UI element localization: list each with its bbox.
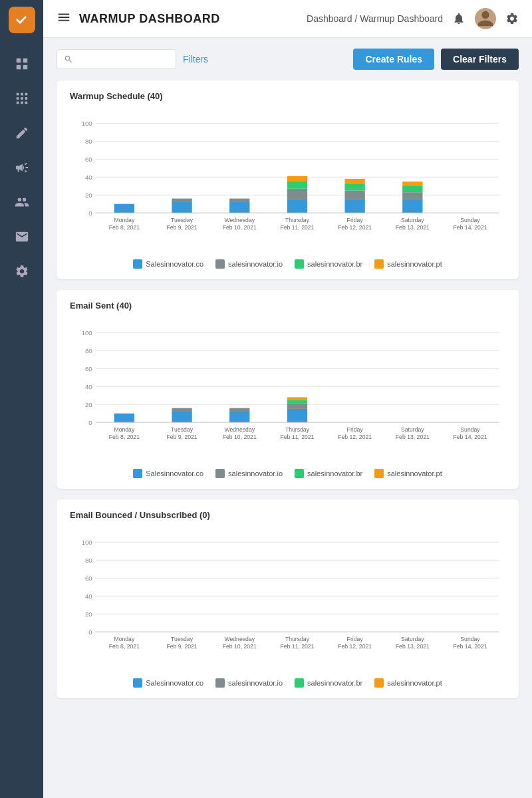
legend-color-swatch [215, 259, 225, 269]
bell-icon[interactable] [452, 12, 466, 25]
legend-color-swatch [215, 678, 225, 688]
sidebar-item-edit[interactable] [9, 120, 35, 146]
search-box[interactable] [57, 49, 176, 69]
gear-icon[interactable] [505, 12, 519, 25]
bar-warmup-schedule-4-1 [344, 190, 364, 199]
svg-rect-0 [16, 59, 20, 63]
legend-label: salesinnovator.pt [387, 679, 442, 687]
svg-text:60: 60 [85, 575, 92, 582]
app-logo[interactable] [9, 7, 35, 33]
legend-color-swatch [133, 259, 142, 269]
sidebar-item-campaigns[interactable] [9, 154, 35, 181]
bar-warmup-schedule-5-3 [402, 182, 422, 185]
svg-text:Monday: Monday [114, 217, 134, 223]
svg-text:Feb 14, 2021: Feb 14, 2021 [454, 643, 487, 650]
svg-text:Monday: Monday [114, 636, 134, 642]
svg-text:Feb 10, 2021: Feb 10, 2021 [223, 434, 257, 440]
svg-text:60: 60 [85, 156, 92, 163]
legend-label: salesinnovator.br [307, 469, 362, 477]
svg-text:Tuesday: Tuesday [171, 217, 194, 223]
svg-text:60: 60 [85, 365, 92, 372]
bar-email-sent-1-1 [172, 408, 192, 412]
svg-text:Feb 10, 2021: Feb 10, 2021 [223, 224, 257, 231]
legend-label: salesinnovator.pt [387, 260, 442, 268]
svg-text:20: 20 [85, 401, 92, 408]
hamburger-menu[interactable] [57, 10, 71, 27]
bar-warmup-schedule-3-2 [287, 182, 307, 189]
filter-bar: Filters Create Rules Clear Filters [57, 49, 519, 70]
sidebar-item-settings[interactable] [9, 258, 35, 285]
svg-text:20: 20 [85, 192, 92, 199]
chart-title-email-sent: Email Sent (40) [70, 301, 505, 311]
legend-item: salesinnovator.pt [374, 678, 442, 688]
chart-title-email-bounced: Email Bounced / Unsubscribed (0) [70, 510, 505, 520]
page-content: Filters Create Rules Clear Filters Warmu… [43, 38, 532, 720]
svg-text:Feb 11, 2021: Feb 11, 2021 [280, 643, 314, 650]
bar-warmup-schedule-3-0 [287, 200, 307, 213]
chart-title-warmup-schedule: Warmup Schedule (40) [70, 91, 505, 101]
svg-text:Feb 13, 2021: Feb 13, 2021 [396, 224, 430, 231]
legend-label: Salesinnovator.co [146, 469, 203, 477]
svg-text:Feb 14, 2021: Feb 14, 2021 [454, 434, 487, 440]
bar-warmup-schedule-4-0 [344, 200, 364, 213]
search-input[interactable] [77, 55, 169, 65]
bar-email-sent-3-1 [287, 404, 307, 409]
svg-rect-4 [16, 93, 19, 96]
chart-card-warmup-schedule: Warmup Schedule (40)020406080100MondayFe… [57, 80, 519, 279]
legend-label: Salesinnovator.co [146, 679, 203, 687]
legend-label: salesinnovator.io [228, 260, 283, 268]
clear-filters-button[interactable]: Clear Filters [441, 49, 519, 70]
svg-text:Sunday: Sunday [460, 217, 480, 223]
bar-warmup-schedule-0-0 [114, 204, 134, 213]
filters-label[interactable]: Filters [183, 54, 208, 65]
chart-wrap-email-sent: 020406080100MondayFeb 8, 2021TuesdayFeb … [70, 317, 505, 464]
svg-text:80: 80 [85, 138, 92, 145]
sidebar-item-mail[interactable] [9, 223, 35, 250]
create-rules-button[interactable]: Create Rules [353, 49, 434, 70]
legend-item: salesinnovator.br [295, 259, 362, 269]
sidebar-item-grid[interactable] [9, 85, 35, 112]
svg-text:Saturday: Saturday [401, 426, 424, 433]
svg-rect-2 [16, 65, 20, 69]
legend-label: salesinnovator.pt [387, 469, 442, 477]
chart-svg-email-sent: 020406080100MondayFeb 8, 2021TuesdayFeb … [70, 317, 505, 464]
topbar-left: WARMUP DASHBOARD [57, 10, 220, 27]
legend-item: salesinnovator.io [215, 259, 283, 269]
legend-color-swatch [374, 259, 384, 269]
svg-text:Thursday: Thursday [285, 636, 310, 642]
svg-text:Feb 12, 2021: Feb 12, 2021 [338, 643, 372, 650]
bar-email-sent-3-2 [287, 400, 307, 403]
svg-rect-7 [16, 97, 19, 100]
bar-email-sent-3-0 [287, 409, 307, 422]
legend-item: salesinnovator.pt [374, 259, 442, 269]
sidebar-item-users[interactable] [9, 189, 35, 215]
bar-warmup-schedule-2-0 [229, 202, 249, 213]
svg-text:Monday: Monday [114, 426, 134, 433]
bar-warmup-schedule-2-1 [229, 199, 249, 202]
svg-text:Feb 13, 2021: Feb 13, 2021 [396, 434, 430, 440]
avatar[interactable] [475, 8, 496, 29]
legend-label: salesinnovator.io [228, 469, 283, 477]
legend-item: salesinnovator.br [295, 678, 362, 688]
legend-label: salesinnovator.io [228, 679, 283, 687]
bar-email-sent-3-3 [287, 397, 307, 400]
svg-rect-8 [21, 97, 23, 100]
svg-text:Saturday: Saturday [401, 636, 424, 642]
svg-rect-5 [21, 93, 23, 96]
bar-email-sent-2-1 [229, 408, 249, 412]
svg-text:Feb 12, 2021: Feb 12, 2021 [338, 224, 372, 231]
legend-item: Salesinnovator.co [133, 678, 203, 688]
charts-container: Warmup Schedule (40)020406080100MondayFe… [57, 80, 519, 698]
chart-wrap-email-bounced: 020406080100MondayFeb 8, 2021TuesdayFeb … [70, 527, 505, 673]
svg-text:40: 40 [85, 593, 92, 600]
svg-text:Thursday: Thursday [285, 426, 310, 433]
chart-svg-email-bounced: 020406080100MondayFeb 8, 2021TuesdayFeb … [70, 527, 505, 673]
bar-warmup-schedule-1-0 [172, 202, 192, 213]
sidebar-item-dashboard[interactable] [9, 51, 35, 77]
bar-warmup-schedule-5-0 [402, 200, 422, 213]
legend-color-swatch [295, 259, 304, 269]
svg-text:Wednesday: Wednesday [224, 217, 255, 223]
svg-text:Feb 12, 2021: Feb 12, 2021 [338, 434, 372, 440]
svg-text:0: 0 [88, 419, 92, 426]
breadcrumb: Dashboard / Warmup Dashboard [307, 13, 443, 24]
